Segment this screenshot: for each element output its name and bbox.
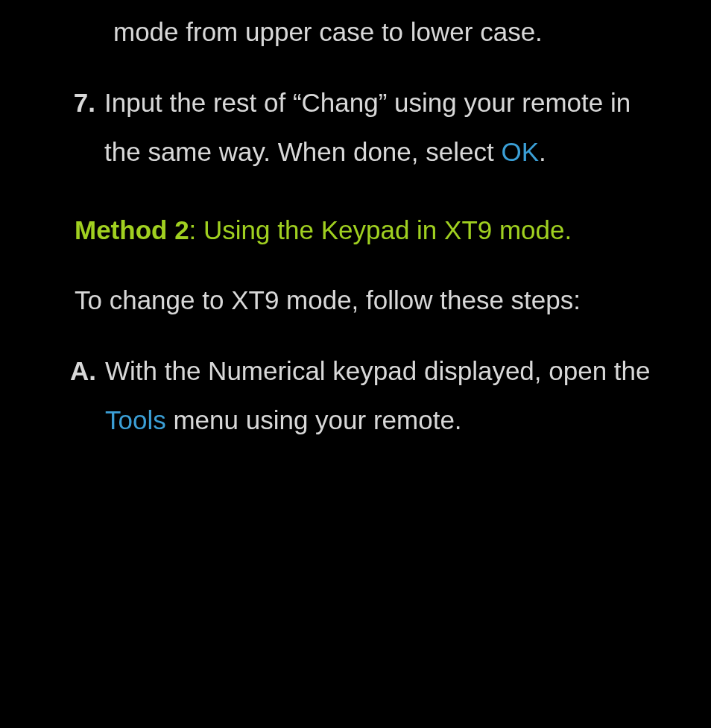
step-a-text-after: menu using your remote. [166,405,462,434]
step-7-item: 7. Input the rest of “Chang” using your … [75,78,666,177]
method-2-label: Method 2 [75,215,189,244]
document-content: mode from upper case to lower case. 7. I… [75,7,666,446]
step-a-content: With the Numerical keypad displayed, ope… [105,346,666,446]
step-7-marker: 7. [70,78,104,128]
partial-previous-line: mode from upper case to lower case. [113,7,666,57]
method-2-title: Using the Keypad in XT9 mode. [203,215,572,244]
step-a-text-before: With the Numerical keypad displayed, ope… [105,356,651,385]
step-7-text-after: . [539,137,546,166]
step-a-marker: A. [70,346,105,396]
intro-text: To change to XT9 mode, follow these step… [75,285,581,314]
partial-text: mode from upper case to lower case. [113,17,543,46]
method-2-separator: : [189,215,203,244]
method-2-heading: Method 2: Using the Keypad in XT9 mode. [75,206,666,256]
tools-label: Tools [105,405,166,434]
step-7-text-before: Input the rest of “Chang” using your rem… [104,88,631,167]
intro-paragraph: To change to XT9 mode, follow these step… [75,276,666,326]
step-a-item: A. With the Numerical keypad displayed, … [75,346,666,446]
step-7-content: Input the rest of “Chang” using your rem… [104,78,666,177]
ok-label: OK [501,137,539,166]
